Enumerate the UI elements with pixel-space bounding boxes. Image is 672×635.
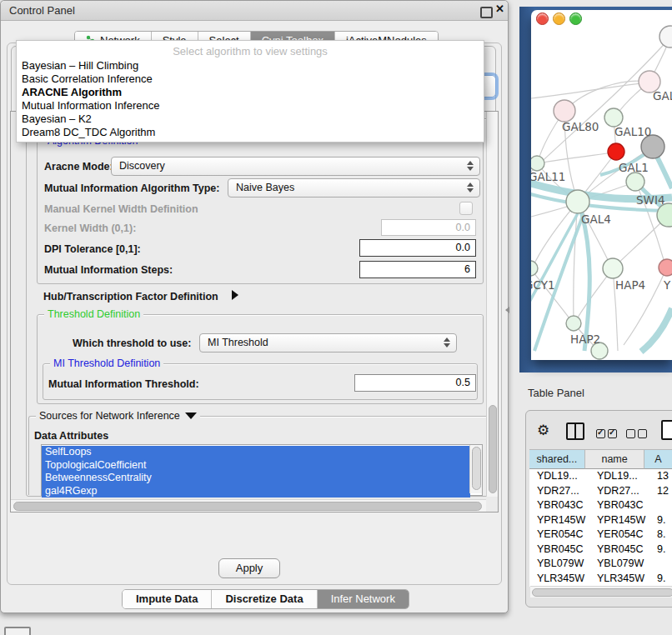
tab-infer-network[interactable]: Infer Network bbox=[318, 590, 409, 608]
manual-kernel-checkbox[interactable] bbox=[459, 202, 473, 215]
attr-list-scrollbar[interactable] bbox=[469, 445, 482, 493]
expand-right-icon[interactable] bbox=[232, 290, 238, 300]
cyni-algorithm-settings-group: Cyni Algorithm Settings Algorithm Defini… bbox=[26, 118, 491, 497]
table-cell: YER054C bbox=[529, 528, 589, 542]
column-visibility-icon[interactable] bbox=[566, 422, 584, 440]
minimized-panel-icon[interactable] bbox=[4, 627, 31, 635]
algorithm-option[interactable]: Basic Correlation Inference bbox=[17, 72, 484, 86]
table-cell: YBL079W bbox=[589, 557, 654, 572]
table-row[interactable]: YBR045CYBR045C9. bbox=[529, 542, 672, 558]
panel-title: Control Panel bbox=[9, 4, 75, 17]
network-node-gal80[interactable] bbox=[554, 100, 575, 122]
node-label-gal1: GAL1 bbox=[619, 161, 649, 174]
settings-vertical-scrollbar[interactable] bbox=[486, 112, 498, 497]
scrollbar-thumb[interactable] bbox=[472, 447, 481, 490]
node-label-swi4: SWI4 bbox=[636, 193, 665, 207]
close-icon[interactable]: ✕ bbox=[495, 2, 504, 15]
settings-scroll-panel: Cyni Algorithm Settings Algorithm Defini… bbox=[10, 111, 499, 512]
stepper-arrows-icon bbox=[467, 182, 474, 192]
attribute-item-selected[interactable]: TopologicalCoefficient bbox=[42, 459, 470, 472]
gear-icon[interactable]: ⚙ bbox=[537, 422, 549, 439]
algorithm-option[interactable]: Bayesian – K2 bbox=[17, 112, 484, 126]
dpi-tolerance-input[interactable]: 0.0 bbox=[359, 239, 476, 257]
network-node-gal10[interactable] bbox=[604, 108, 623, 127]
network-node-y[interactable] bbox=[659, 259, 672, 276]
hub-definition-toggle[interactable]: Hub/Transcription Factor Definition bbox=[43, 291, 218, 302]
data-attributes-list: SelfLoopsTopologicalCoefficientBetweenne… bbox=[41, 444, 483, 496]
group-title: MI Threshold Definition bbox=[50, 358, 163, 369]
table-row[interactable]: YBL079WYBL079W bbox=[529, 557, 672, 572]
table-row[interactable]: YER054CYER054C8. bbox=[529, 528, 672, 542]
control-panel-titlebar[interactable]: Control Panel ✕ bbox=[1, 1, 508, 21]
network-node-gal11[interactable] bbox=[531, 156, 544, 171]
network-node-hap4[interactable] bbox=[603, 258, 623, 278]
algorithm-option[interactable]: Bayesian – Hill Climbing bbox=[17, 59, 484, 72]
table-cell: YDR27... bbox=[589, 484, 654, 499]
kernel-width-input[interactable]: 0.0 bbox=[381, 219, 476, 236]
network-node[interactable] bbox=[659, 26, 672, 48]
network-node[interactable] bbox=[641, 135, 664, 158]
table-cell: YLR345W bbox=[589, 572, 654, 587]
mi-threshold-input[interactable]: 0.5 bbox=[354, 374, 476, 392]
network-canvas[interactable]: GALGAL80GAL10GAL1SWI4GAL11GAL4GCY1HAP4YH… bbox=[531, 10, 672, 360]
sources-title: Sources for Network Inference bbox=[39, 410, 180, 422]
table-row[interactable]: YBR043CYBR043C bbox=[529, 498, 672, 513]
table-cell: 13 bbox=[654, 469, 672, 484]
select-all-columns-icon[interactable] bbox=[596, 427, 619, 442]
column-header-3[interactable]: A bbox=[644, 449, 672, 469]
table-cell: YER054C bbox=[589, 528, 654, 542]
algorithm-option[interactable]: ARACNE Algorithm bbox=[17, 86, 484, 99]
node-label-gcy1: GCY1 bbox=[531, 278, 555, 292]
scrollbar-thumb[interactable] bbox=[532, 588, 672, 597]
table-cell: 9. bbox=[654, 513, 672, 528]
settings-horizontal-scrollbar[interactable] bbox=[11, 499, 486, 512]
aracne-mode-label: Aracne Mode: bbox=[44, 161, 113, 172]
attribute-item-selected[interactable]: SelfLoops bbox=[42, 446, 470, 459]
scrollbar-thumb[interactable] bbox=[13, 502, 482, 511]
mi-steps-label: Mutual Information Steps: bbox=[44, 264, 173, 276]
node-label-gal: GAL bbox=[653, 89, 672, 102]
table-cell: YBR043C bbox=[529, 498, 589, 513]
table-cell: YDR27... bbox=[529, 484, 589, 499]
column-header-2[interactable]: name bbox=[585, 449, 644, 469]
table-row[interactable]: YPR145WYPR145W9. bbox=[529, 513, 672, 528]
which-threshold-select[interactable]: MI Threshold bbox=[199, 333, 457, 352]
network-window: GALGAL80GAL10GAL1SWI4GAL11GAL4GCY1HAP4YH… bbox=[531, 10, 672, 360]
apply-button[interactable]: Apply bbox=[218, 558, 280, 578]
splitter-collapse-icon[interactable] bbox=[505, 307, 509, 313]
tab-discretize-data[interactable]: Discretize Data bbox=[212, 590, 317, 608]
attribute-item-selected[interactable]: gal4RGexp bbox=[42, 485, 470, 498]
table-row[interactable]: YDR27...YDR27...12 bbox=[529, 484, 672, 499]
tab-impute-data[interactable]: Impute Data bbox=[123, 590, 212, 608]
table-horizontal-scrollbar[interactable] bbox=[530, 586, 672, 598]
bottom-tabbar: Impute DataDiscretize DataInfer Network bbox=[122, 589, 409, 609]
sources-group: Sources for Network Inference Data Attri… bbox=[28, 416, 492, 495]
mi-steps-input[interactable]: 6 bbox=[359, 261, 476, 278]
table-cell: YBR043C bbox=[589, 498, 654, 513]
network-node-gcy1[interactable] bbox=[531, 261, 538, 276]
sources-toggle[interactable]: Sources for Network Inference bbox=[36, 410, 200, 422]
network-node-hap2[interactable] bbox=[566, 316, 581, 331]
deselect-all-columns-icon[interactable] bbox=[626, 427, 649, 442]
aracne-mode-select[interactable]: Discovery bbox=[111, 157, 480, 176]
stepper-arrows-icon bbox=[467, 161, 474, 171]
mi-type-label: Mutual Information Algorithm Type: bbox=[44, 182, 219, 194]
node-label-hap2: HAP2 bbox=[570, 332, 600, 346]
table-cell bbox=[654, 498, 672, 513]
mi-algorithm-type-select[interactable]: Naive Bayes bbox=[228, 178, 480, 198]
column-header-1[interactable]: shared... bbox=[529, 449, 585, 469]
node-label-gal10: GAL10 bbox=[614, 125, 651, 138]
dropdown-prompt: Select algorithm to view settings bbox=[17, 41, 484, 59]
network-node-gal4[interactable] bbox=[566, 190, 589, 213]
algorithm-option[interactable]: Dream8 DC_TDC Algorithm bbox=[17, 126, 484, 139]
table-row[interactable]: YLR345WYLR345W9. bbox=[529, 572, 672, 587]
network-node-swi4[interactable] bbox=[626, 172, 644, 191]
float-window-icon[interactable] bbox=[480, 7, 493, 18]
algorithm-option[interactable]: Mutual Information Inference bbox=[17, 99, 484, 112]
table-row[interactable]: YDL19...YDL19...13 bbox=[529, 469, 672, 484]
scrollbar-thumb[interactable] bbox=[489, 405, 497, 493]
network-node-gal1[interactable] bbox=[608, 143, 624, 160]
export-table-icon[interactable] bbox=[661, 420, 672, 440]
attribute-item-selected[interactable]: BetweennessCentrality bbox=[42, 472, 470, 485]
table-cell: YLR345W bbox=[529, 572, 589, 587]
